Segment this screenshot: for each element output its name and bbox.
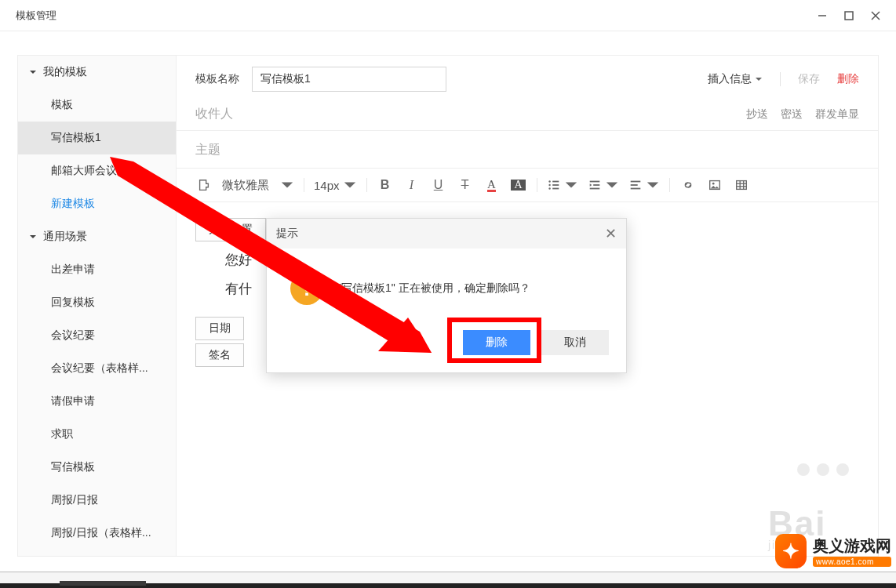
warning-icon: ! bbox=[290, 272, 323, 305]
svg-rect-7 bbox=[552, 181, 559, 183]
table-button[interactable] bbox=[733, 176, 750, 194]
svg-rect-18 bbox=[736, 181, 746, 190]
sidebar-item-leave-request[interactable]: 请假申请 bbox=[18, 385, 176, 418]
dialog-body: ! "写信模板1" 正在被使用，确定删除吗？ bbox=[267, 249, 626, 319]
format-painter-icon[interactable] bbox=[195, 176, 213, 194]
sidebar-item-meeting-minutes[interactable]: 会议纪要 bbox=[18, 319, 176, 352]
cursor-position-tag[interactable]: 光标位置 bbox=[195, 218, 266, 241]
sidebar-item-template[interactable]: 模板 bbox=[18, 89, 176, 122]
svg-rect-14 bbox=[630, 184, 637, 186]
sidebar-item-travel-request[interactable]: 出差申请 bbox=[18, 253, 176, 286]
bcc-button[interactable]: 密送 bbox=[781, 107, 803, 122]
svg-rect-12 bbox=[589, 188, 599, 190]
sidebar-item-weekly-daily-table[interactable]: 周报/日报（表格样... bbox=[18, 517, 176, 550]
cc-button[interactable]: 抄送 bbox=[746, 107, 768, 122]
window-controls bbox=[810, 4, 888, 27]
brand-logo-icon: ✦ bbox=[775, 534, 807, 568]
svg-rect-11 bbox=[593, 184, 599, 186]
form-actions: 插入信息 保存 删除 bbox=[708, 72, 859, 86]
sidebar: 我的模板 模板 写信模板1 邮箱大师会议纪要 新建模板 通用场景 出差申请 回复… bbox=[17, 55, 177, 557]
chevron-down-icon bbox=[605, 178, 619, 192]
sidebar-item-meeting-notes[interactable]: 邮箱大师会议纪要 bbox=[18, 154, 176, 187]
svg-point-4 bbox=[548, 180, 550, 182]
font-family-value: 微软雅黑 bbox=[222, 178, 277, 193]
signature-tag[interactable]: 签名 bbox=[195, 343, 244, 367]
template-name-label: 模板名称 bbox=[195, 72, 252, 86]
recipient-label: 收件人 bbox=[195, 106, 233, 122]
separator bbox=[537, 178, 537, 192]
template-name-input[interactable] bbox=[252, 67, 446, 92]
background-color-button[interactable]: A bbox=[510, 176, 527, 194]
chevron-down-icon bbox=[646, 178, 660, 192]
align-button[interactable] bbox=[628, 176, 660, 194]
svg-rect-13 bbox=[630, 181, 640, 183]
sidebar-group-label: 我的模板 bbox=[43, 65, 87, 79]
sidebar-item-weekly-daily[interactable]: 周报/日报 bbox=[18, 484, 176, 517]
dialog-close-button[interactable]: ✕ bbox=[605, 225, 617, 242]
chevron-down-icon bbox=[29, 230, 37, 243]
recipient-row[interactable]: 收件人 抄送 密送 群发单显 bbox=[177, 96, 878, 131]
svg-point-24 bbox=[817, 463, 829, 476]
close-window-button[interactable] bbox=[863, 4, 888, 27]
divider bbox=[780, 72, 781, 86]
font-size-picker[interactable]: 14px bbox=[314, 176, 357, 194]
image-button[interactable] bbox=[706, 176, 723, 194]
date-tag[interactable]: 日期 bbox=[195, 317, 244, 340]
sidebar-item-write-template[interactable]: 写信模板 bbox=[18, 451, 176, 484]
italic-button[interactable]: I bbox=[403, 176, 421, 194]
brand-url: www.aoe1.com bbox=[813, 557, 891, 567]
link-button[interactable] bbox=[679, 176, 697, 194]
indent-button[interactable] bbox=[588, 176, 619, 194]
list-button[interactable] bbox=[547, 176, 578, 194]
titlebar: 模板管理 bbox=[0, 0, 896, 31]
editor-toolbar: 微软雅黑 14px B I U T A A bbox=[177, 169, 878, 202]
strikethrough-button[interactable]: T bbox=[457, 176, 474, 194]
svg-point-17 bbox=[712, 183, 714, 185]
chevron-down-icon bbox=[29, 66, 37, 78]
svg-rect-1 bbox=[845, 12, 853, 20]
separator bbox=[366, 178, 367, 192]
save-button[interactable]: 保存 bbox=[798, 72, 820, 86]
svg-point-25 bbox=[836, 463, 849, 476]
subject-row[interactable]: 主题 bbox=[177, 131, 878, 169]
bold-button[interactable]: B bbox=[377, 176, 394, 194]
sidebar-item-new-template[interactable]: 新建模板 bbox=[18, 187, 176, 220]
dialog-title: 提示 bbox=[276, 227, 298, 241]
minimize-button[interactable] bbox=[810, 4, 835, 27]
font-family-picker[interactable]: 微软雅黑 bbox=[222, 176, 294, 194]
maximize-button[interactable] bbox=[836, 4, 861, 27]
delete-button[interactable]: 删除 bbox=[837, 72, 859, 86]
template-name-row: 模板名称 插入信息 保存 删除 bbox=[177, 56, 878, 96]
insert-info-dropdown[interactable]: 插入信息 bbox=[708, 72, 763, 86]
dialog-footer: 删除 取消 bbox=[267, 319, 626, 372]
app-window: 模板管理 我的模板 模板 写信模板1 邮箱大师会议纪要 新建模板 bbox=[0, 0, 896, 572]
brand-name: 奥义游戏网 bbox=[813, 535, 891, 557]
chevron-down-icon bbox=[343, 178, 357, 192]
bottom-strip bbox=[0, 583, 896, 588]
sidebar-item-meeting-minutes-table[interactable]: 会议纪要（表格样... bbox=[18, 352, 176, 385]
dialog-header: 提示 ✕ bbox=[267, 219, 626, 249]
separator bbox=[669, 178, 670, 192]
confirm-delete-dialog: 提示 ✕ ! "写信模板1" 正在被使用，确定删除吗？ 删除 取消 bbox=[266, 218, 627, 373]
sidebar-item-job-apply[interactable]: 求职 bbox=[18, 418, 176, 451]
brand-badge: ✦ 奥义游戏网 www.aoe1.com bbox=[775, 534, 891, 568]
dialog-confirm-delete-button[interactable]: 删除 bbox=[463, 330, 530, 355]
svg-point-23 bbox=[797, 463, 810, 476]
svg-point-6 bbox=[548, 187, 550, 189]
svg-rect-8 bbox=[552, 184, 559, 186]
sidebar-group-common-scenes[interactable]: 通用场景 bbox=[18, 220, 176, 253]
dialog-cancel-button[interactable]: 取消 bbox=[541, 330, 609, 355]
sidebar-item-reply-template[interactable]: 回复模板 bbox=[18, 286, 176, 319]
sidebar-item-write-template1[interactable]: 写信模板1 bbox=[18, 122, 176, 154]
svg-rect-9 bbox=[552, 188, 559, 190]
svg-rect-15 bbox=[630, 188, 640, 190]
separator bbox=[304, 178, 304, 192]
sidebar-group-label: 通用场景 bbox=[43, 230, 87, 244]
svg-point-5 bbox=[548, 184, 550, 186]
underline-button[interactable]: U bbox=[430, 176, 447, 194]
font-color-button[interactable]: A bbox=[483, 176, 501, 194]
chevron-down-icon bbox=[280, 178, 294, 192]
sidebar-group-my-templates[interactable]: 我的模板 bbox=[18, 56, 176, 89]
mass-send-button[interactable]: 群发单显 bbox=[815, 107, 859, 122]
dialog-message: "写信模板1" 正在被使用，确定删除吗？ bbox=[337, 281, 530, 296]
